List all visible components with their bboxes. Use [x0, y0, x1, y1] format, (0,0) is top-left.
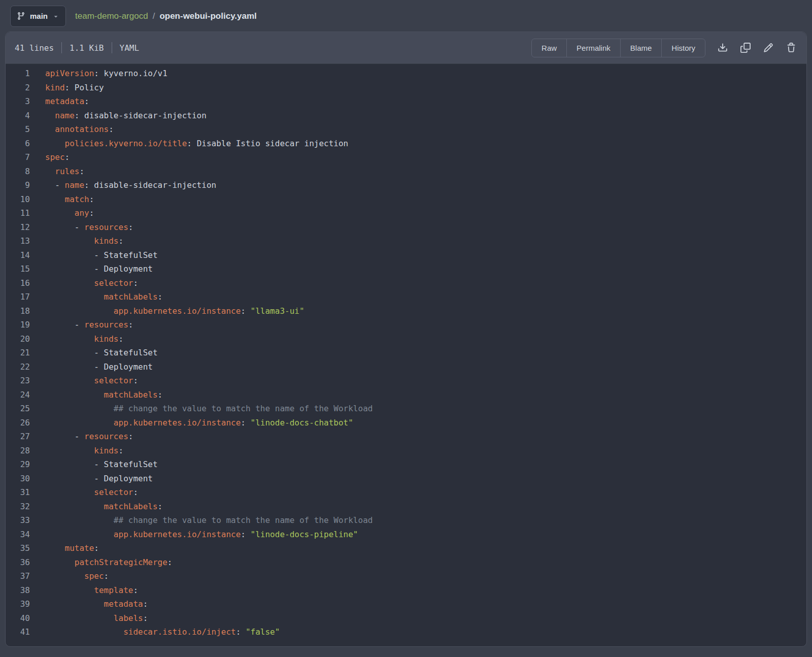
line-number[interactable]: 1 [6, 67, 30, 81]
line-number[interactable]: 30 [6, 472, 30, 486]
code-line-text: selector: [30, 374, 138, 388]
line-number[interactable]: 16 [6, 276, 30, 290]
code-line-text: kinds: [30, 332, 123, 346]
code-line-text: policies.kyverno.io/title: Disable Istio… [30, 137, 348, 151]
line-number[interactable]: 34 [6, 528, 30, 542]
code-line-text: matchLabels: [30, 500, 162, 514]
code-line-text: spec: [30, 569, 109, 583]
line-number[interactable]: 29 [6, 457, 30, 472]
code-line-text: annotations: [30, 122, 114, 137]
line-number[interactable]: 15 [6, 262, 30, 276]
code-line: 35 mutate: [6, 541, 806, 555]
code-line-text: - Deployment [30, 262, 153, 276]
code-line: 29 - StatefulSet [6, 457, 806, 472]
line-number[interactable]: 32 [6, 500, 30, 514]
line-number[interactable]: 18 [6, 304, 30, 318]
code-line: 6 policies.kyverno.io/title: Disable Ist… [6, 137, 806, 151]
line-number[interactable]: 3 [6, 94, 30, 109]
permalink-button[interactable]: Permalink [566, 39, 620, 57]
blame-button[interactable]: Blame [620, 39, 662, 57]
line-number[interactable]: 14 [6, 248, 30, 262]
line-number[interactable]: 33 [6, 513, 30, 528]
file-size: 1.1 KiB [70, 43, 104, 53]
copy-icon[interactable] [740, 43, 751, 53]
line-number[interactable]: 9 [6, 178, 30, 192]
line-number[interactable]: 31 [6, 485, 30, 500]
code-line: 14 - StatefulSet [6, 248, 806, 262]
line-number[interactable]: 8 [6, 165, 30, 179]
delete-icon[interactable] [786, 43, 796, 53]
line-number[interactable]: 37 [6, 569, 30, 583]
code-line-text: metadata: [30, 94, 89, 109]
code-line: 15 - Deployment [6, 262, 806, 276]
line-number[interactable]: 38 [6, 583, 30, 598]
code-line: 7spec: [6, 150, 806, 165]
breadcrumb-repo-link[interactable]: team-demo-argocd [75, 11, 148, 21]
code-line: 41 sidecar.istio.io/inject: "false" [6, 625, 806, 639]
line-number[interactable]: 11 [6, 206, 30, 220]
code-line: 39 metadata: [6, 597, 806, 611]
line-number[interactable]: 40 [6, 611, 30, 626]
code-line: 24 matchLabels: [6, 388, 806, 402]
code-line-text: kinds: [30, 444, 123, 458]
line-number[interactable]: 22 [6, 360, 30, 374]
line-number[interactable]: 6 [6, 137, 30, 151]
line-number[interactable]: 36 [6, 555, 30, 570]
file-icon-buttons [718, 43, 796, 53]
code-line-text: spec: [30, 150, 70, 165]
code-line: 4 name: disable-sidecar-injection [6, 109, 806, 123]
line-number[interactable]: 26 [6, 416, 30, 430]
chevron-down-icon [52, 13, 59, 20]
code-line-text: labels: [30, 611, 148, 626]
line-number[interactable]: 5 [6, 122, 30, 137]
file-info: 41 lines 1.1 KiB YAML [15, 42, 139, 53]
line-number[interactable]: 35 [6, 541, 30, 555]
file-header-actions: RawPermalinkBlameHistory [531, 39, 800, 57]
file-line-count: 41 lines [15, 43, 54, 53]
line-number[interactable]: 13 [6, 234, 30, 248]
code-line: 18 app.kubernetes.io/instance: "llama3-u… [6, 304, 806, 318]
branch-selector-button[interactable]: main [10, 6, 66, 27]
line-number[interactable]: 39 [6, 597, 30, 611]
branch-name: main [30, 12, 48, 20]
raw-button[interactable]: Raw [532, 39, 566, 57]
code-line-text: matchLabels: [30, 290, 162, 304]
line-number[interactable]: 4 [6, 109, 30, 123]
code-line: 12 - resources: [6, 220, 806, 235]
line-number[interactable]: 41 [6, 625, 30, 639]
download-icon[interactable] [718, 43, 728, 53]
line-number[interactable]: 23 [6, 374, 30, 388]
code-line: 40 labels: [6, 611, 806, 626]
line-number[interactable]: 7 [6, 150, 30, 165]
code-line-text: - resources: [30, 430, 133, 444]
line-number[interactable]: 12 [6, 220, 30, 235]
code-line: 10 match: [6, 192, 806, 207]
code-line-text: apiVersion: kyverno.io/v1 [30, 67, 167, 81]
line-number[interactable]: 19 [6, 318, 30, 332]
code-line: 33 ## change the value to match the name… [6, 513, 806, 528]
file-view-button-group: RawPermalinkBlameHistory [531, 39, 705, 57]
code-line-text: - Deployment [30, 472, 153, 486]
line-number[interactable]: 2 [6, 81, 30, 95]
code-line-text: kind: Policy [30, 81, 104, 95]
breadcrumb: team-demo-argocd / open-webui-policy.yam… [75, 11, 257, 21]
code-line: 16 selector: [6, 276, 806, 290]
code-line: 11 any: [6, 206, 806, 220]
code-line-text: any: [30, 206, 94, 220]
history-button[interactable]: History [661, 39, 705, 57]
code-line-text: - StatefulSet [30, 248, 158, 262]
line-number[interactable]: 21 [6, 346, 30, 360]
line-number[interactable]: 24 [6, 388, 30, 402]
line-number[interactable]: 28 [6, 444, 30, 458]
line-number[interactable]: 17 [6, 290, 30, 304]
line-number[interactable]: 10 [6, 192, 30, 207]
code-line-text: - resources: [30, 220, 133, 235]
code-line: 28 kinds: [6, 444, 806, 458]
line-number[interactable]: 20 [6, 332, 30, 346]
code-line-text: sidecar.istio.io/inject: "false" [30, 625, 280, 639]
code-line: 20 kinds: [6, 332, 806, 346]
line-number[interactable]: 27 [6, 430, 30, 444]
line-number[interactable]: 25 [6, 402, 30, 416]
edit-icon[interactable] [763, 43, 773, 53]
code-line: 8 rules: [6, 165, 806, 179]
